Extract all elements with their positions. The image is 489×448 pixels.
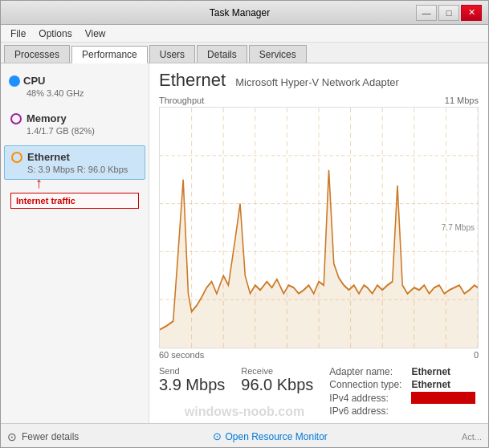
minimize-button[interactable]: —: [416, 5, 437, 21]
receive-section: Receive 96.0 Kbps: [241, 366, 313, 417]
connection-type-label: Connection type:: [329, 379, 401, 390]
ipv4-value: [411, 392, 475, 404]
chart-container: 7.7 Mbps: [159, 107, 479, 348]
title-bar: Task Manager — □ ✕: [1, 1, 488, 25]
menu-file[interactable]: File: [4, 26, 32, 41]
maximize-button[interactable]: □: [438, 5, 459, 21]
fewer-details-label: Fewer details: [22, 431, 79, 442]
open-resource-monitor-button[interactable]: ⊙ Open Resource Monitor: [213, 430, 327, 442]
chart-top-labels: Throughput 11 Mbps: [159, 96, 479, 105]
receive-value: 96.0 Kbps: [241, 376, 313, 394]
resource-monitor-label: Open Resource Monitor: [225, 431, 327, 442]
adapter-name-label: Adapter name:: [329, 366, 401, 377]
tab-bar: Processes Performance Users Details Serv…: [1, 43, 488, 63]
adapter-name-value: Ethernet: [411, 366, 475, 377]
cpu-label: CPU: [23, 75, 45, 87]
tab-performance[interactable]: Performance: [71, 46, 148, 63]
fewer-details-button[interactable]: ⊙ Fewer details: [7, 430, 79, 443]
ipv6-label: IPv6 address:: [329, 405, 401, 417]
bottom-bar: ⊙ Fewer details ⊙ Open Resource Monitor …: [1, 423, 488, 448]
chart-bottom-labels: 60 seconds 0: [159, 350, 479, 360]
receive-label: Receive: [241, 366, 313, 376]
panel-header: Ethernet Microsoft Hyper-V Network Adapt…: [159, 70, 479, 91]
menu-options[interactable]: Options: [32, 26, 78, 41]
annotation-box: ↑ Internet traffic: [10, 193, 139, 209]
tab-users[interactable]: Users: [149, 45, 195, 63]
connection-type-value: Ethernet: [411, 379, 475, 390]
window-title: Task Manager: [63, 7, 416, 18]
annotation-arrow: ↑: [35, 176, 43, 190]
resource-monitor-icon: ⊙: [213, 430, 222, 442]
act-label: Act...: [462, 432, 482, 442]
right-panel: Ethernet Microsoft Hyper-V Network Adapt…: [149, 63, 488, 423]
throughput-label: Throughput: [159, 96, 204, 105]
tab-services[interactable]: Services: [249, 45, 307, 63]
top-right-value: 11 Mbps: [445, 96, 479, 105]
sidebar: CPU 48% 3.40 GHz Memory 1.4/1.7 GB (82%)…: [1, 63, 149, 423]
cpu-icon: [10, 77, 18, 85]
panel-title: Ethernet: [159, 70, 226, 91]
ipv4-label: IPv4 address:: [329, 393, 401, 404]
memory-stats: 1.4/1.7 GB (82%): [26, 126, 139, 136]
sidebar-item-cpu[interactable]: CPU 48% 3.40 GHz: [4, 70, 145, 103]
ethernet-icon: [11, 152, 22, 163]
send-section: Send 3.9 Mbps: [159, 366, 225, 417]
fewer-details-icon: ⊙: [7, 430, 17, 443]
bottom-info: Send 3.9 Mbps Receive 96.0 Kbps Adapter …: [159, 366, 479, 417]
annotation-text: Internet traffic: [16, 196, 75, 206]
bottom-left-label: 60 seconds: [159, 350, 204, 360]
main-content: CPU 48% 3.40 GHz Memory 1.4/1.7 GB (82%)…: [1, 63, 488, 423]
cpu-stats: 48% 3.40 GHz: [26, 88, 139, 98]
ethernet-label: Ethernet: [27, 151, 70, 163]
adapter-info-grid: Adapter name: Ethernet Connection type: …: [329, 366, 475, 417]
sidebar-item-ethernet[interactable]: Ethernet S: 3.9 Mbps R: 96.0 Kbps: [4, 145, 145, 180]
tab-processes[interactable]: Processes: [4, 45, 70, 63]
bottom-right-label: 0: [474, 350, 479, 360]
memory-label: Memory: [26, 112, 67, 124]
menu-bar: File Options View: [1, 25, 488, 43]
menu-view[interactable]: View: [79, 26, 112, 41]
tab-details[interactable]: Details: [197, 45, 247, 63]
send-value: 3.9 Mbps: [159, 376, 225, 394]
sidebar-item-memory[interactable]: Memory 1.4/1.7 GB (82%): [4, 108, 145, 141]
title-bar-buttons[interactable]: — □ ✕: [416, 5, 482, 21]
panel-subtitle: Microsoft Hyper-V Network Adapter: [235, 76, 399, 88]
annotation-wrapper: ↑ Internet traffic: [4, 189, 145, 209]
ethernet-stats: S: 3.9 Mbps R: 96.0 Kbps: [27, 165, 138, 174]
memory-icon: [10, 113, 22, 124]
close-button[interactable]: ✕: [461, 5, 482, 21]
send-label: Send: [159, 366, 225, 376]
